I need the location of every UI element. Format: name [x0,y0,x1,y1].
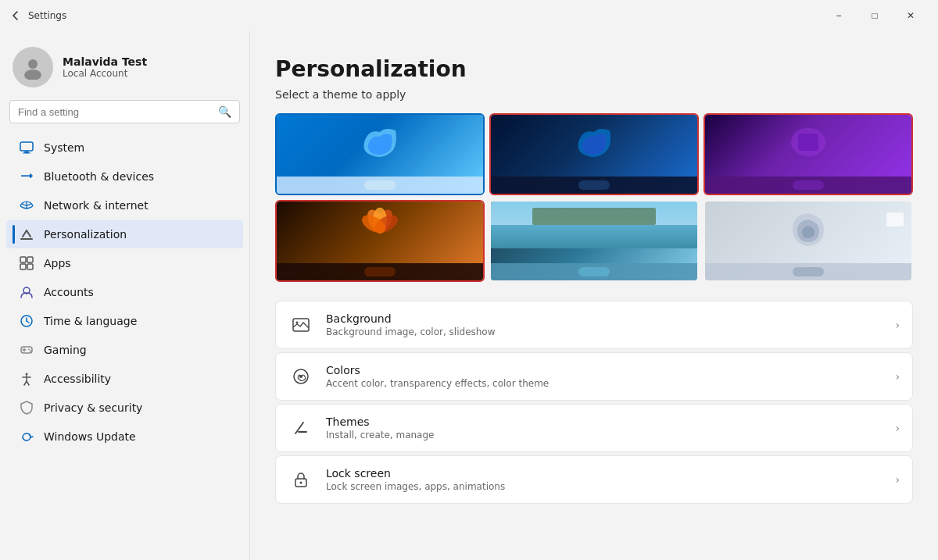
svg-rect-11 [27,264,33,269]
sidebar-item-label-apps: Apps [44,257,71,269]
nav-list: System ⭢ Bluetooth & devices Network & i… [0,133,249,451]
lockscreen-chevron: › [895,473,900,486]
settings-row-lockscreen[interactable]: Lock screen Lock screen images, apps, an… [275,455,913,504]
svg-rect-2 [20,142,33,151]
svg-point-20 [30,351,31,352]
accounts-icon [19,284,34,300]
back-icon[interactable] [9,9,22,22]
colors-icon [288,364,313,389]
sidebar-item-label-gaming: Gaming [44,344,87,356]
svg-rect-5 [20,238,33,240]
svg-point-1 [24,70,41,80]
close-button[interactable]: ✕ [893,3,929,28]
sidebar-item-label-accounts: Accounts [44,286,94,298]
svg-line-15 [27,321,29,323]
user-account-type: Local Account [63,68,147,79]
lockscreen-text: Lock screen Lock screen images, apps, an… [326,467,883,492]
svg-point-0 [28,59,38,69]
sidebar-item-label-accessibility: Accessibility [44,373,111,385]
themes-text: Themes Install, create, manage [326,416,883,441]
colors-chevron: › [895,370,900,383]
sidebar-item-label-update: Windows Update [44,430,136,443]
network-icon [19,198,34,213]
svg-point-21 [26,373,28,376]
settings-row-background[interactable]: Background Background image, color, slid… [275,301,913,349]
sidebar: Malavida Test Local Account 🔍 System ⭢ B… [0,31,250,560]
background-chevron: › [895,319,900,331]
window-controls: − □ ✕ [821,3,929,28]
sidebar-item-accessibility[interactable]: Accessibility [6,365,243,393]
sidebar-item-bluetooth[interactable]: ⭢ Bluetooth & devices [6,162,243,191]
app-body: Malavida Test Local Account 🔍 System ⭢ B… [0,31,938,560]
sidebar-item-time[interactable]: Time & language [6,307,243,335]
theme-card-5[interactable] [489,200,699,282]
colors-text: Colors Accent color, transparency effect… [326,364,883,389]
svg-point-36 [299,375,303,378]
bluetooth-icon: ⭢ [19,169,34,184]
theme-card-2[interactable] [489,113,699,195]
svg-rect-10 [20,264,26,269]
themes-chevron: › [895,422,900,434]
svg-point-40 [300,482,303,484]
svg-rect-8 [20,257,26,262]
background-desc: Background image, color, slideshow [326,326,883,337]
themes-title: Themes [326,416,883,428]
svg-rect-9 [27,257,33,262]
sidebar-item-gaming[interactable]: Gaming [6,336,243,364]
sidebar-item-label-bluetooth: Bluetooth & devices [44,170,154,183]
theme-card-1[interactable] [275,113,485,195]
personalization-icon [19,226,34,242]
sidebar-item-privacy[interactable]: Privacy & security [6,394,243,422]
sidebar-item-label-network: Network & internet [44,199,149,212]
theme-grid [275,113,913,282]
sidebar-item-personalization[interactable]: Personalization [6,220,243,248]
svg-rect-4 [23,153,30,154]
svg-point-34 [296,322,299,324]
maximize-button[interactable]: □ [857,3,893,28]
search-icon: 🔍 [218,105,231,118]
colors-title: Colors [326,364,883,376]
background-text: Background Background image, color, slid… [326,312,883,337]
sidebar-item-apps[interactable]: Apps [6,249,243,277]
settings-list: Background Background image, color, slid… [275,301,913,519]
gaming-icon [19,342,34,358]
background-title: Background [326,312,883,325]
sidebar-item-label-time: Time & language [44,315,137,327]
window-title: Settings [28,10,66,21]
privacy-icon [19,400,34,416]
theme-card-3[interactable] [704,113,913,195]
apps-icon [19,255,34,271]
content-area: Personalization Select a theme to apply [250,31,938,560]
time-icon [19,313,34,329]
sidebar-item-update[interactable]: Windows Update [6,423,243,451]
user-info: Malavida Test Local Account [63,55,147,79]
minimize-button[interactable]: − [821,3,857,28]
avatar [13,47,53,87]
settings-row-colors[interactable]: Colors Accent color, transparency effect… [275,352,913,401]
search-box[interactable]: 🔍 [9,100,240,123]
background-icon [288,312,313,337]
theme-card-4[interactable] [275,200,485,282]
svg-rect-27 [798,134,818,151]
update-icon [19,429,34,444]
titlebar: Settings − □ ✕ [0,0,938,31]
svg-line-24 [24,381,27,385]
themes-desc: Install, create, manage [326,430,883,441]
user-name: Malavida Test [63,55,147,68]
sidebar-item-system[interactable]: System [6,134,243,162]
search-input[interactable] [18,106,212,118]
sidebar-item-accounts[interactable]: Accounts [6,278,243,306]
theme-card-6[interactable] [704,200,913,282]
themes-icon [288,416,313,441]
lockscreen-desc: Lock screen images, apps, animations [326,481,883,492]
svg-line-6 [23,230,27,237]
colors-desc: Accent color, transparency effects, colo… [326,378,883,389]
settings-row-themes[interactable]: Themes Install, create, manage › [275,404,913,452]
svg-line-25 [27,381,29,385]
sidebar-item-label-privacy: Privacy & security [44,401,142,414]
system-icon [19,140,34,155]
sidebar-item-label-personalization: Personalization [44,228,127,241]
user-profile[interactable]: Malavida Test Local Account [0,41,249,100]
sidebar-item-network[interactable]: Network & internet [6,191,243,219]
theme-subtitle: Select a theme to apply [275,88,913,101]
